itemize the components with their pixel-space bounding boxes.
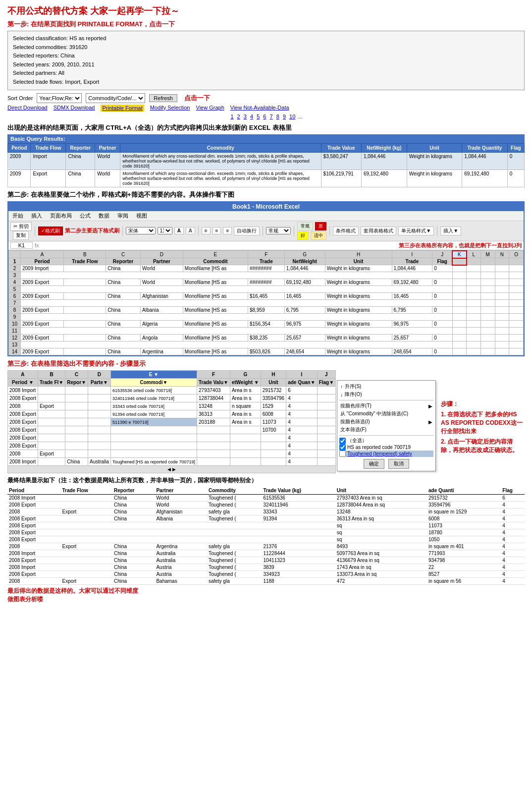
menu-page-layout[interactable]: 页面布局 bbox=[50, 212, 72, 220]
format-select[interactable]: 常规 bbox=[266, 227, 291, 234]
fr3-commodity: safety gla bbox=[207, 509, 262, 515]
sort-asc-item[interactable]: ↑ 升序(S) bbox=[339, 383, 433, 391]
menu-view[interactable]: 视图 bbox=[136, 212, 147, 220]
cell-12h: Weight in kilograms bbox=[325, 335, 392, 341]
fr4-aq: 6008 bbox=[427, 515, 501, 522]
sort-desc-item[interactable]: ↓ 降序(O) bbox=[339, 391, 433, 398]
sort-desc-label: 降序(O) bbox=[345, 391, 362, 398]
cell-2d: World bbox=[141, 265, 183, 272]
page4[interactable]: 4 bbox=[250, 113, 253, 119]
page6[interactable]: 6 bbox=[263, 113, 266, 119]
page7[interactable]: 7 bbox=[270, 113, 273, 119]
refresh-button[interactable]: Refresh bbox=[149, 94, 177, 102]
table-row: 2008 Export 4 bbox=[8, 434, 336, 442]
table-row: 5 bbox=[9, 286, 524, 293]
fcol-reporter[interactable]: Repor▼ bbox=[65, 379, 88, 387]
page10[interactable]: 10 bbox=[289, 113, 295, 119]
page5[interactable]: 5 bbox=[257, 113, 260, 119]
autowrap-button[interactable]: 自动换行 bbox=[234, 227, 260, 235]
filter-by-color-item[interactable]: 按颜色筛选(I) ▶ bbox=[339, 418, 433, 426]
cell-14c: China bbox=[106, 348, 141, 355]
cell-styles-button[interactable]: 单元格样式▼ bbox=[398, 227, 434, 235]
font-size-select[interactable]: 11 bbox=[158, 227, 172, 234]
filter-col-e[interactable]: E ▼ bbox=[110, 371, 197, 379]
bqr-title: Basic Query Results: bbox=[7, 134, 525, 143]
text-filter-item[interactable]: 文本筛选(F) bbox=[339, 426, 433, 434]
fcol-nw[interactable]: etWeight ▼ bbox=[230, 379, 261, 387]
bold-button[interactable]: A bbox=[174, 227, 184, 234]
align-left[interactable]: ≡ bbox=[202, 227, 211, 234]
col-b-header: B bbox=[64, 251, 106, 258]
cell-6o bbox=[509, 293, 524, 300]
submenu-arrow2: ▶ bbox=[428, 419, 432, 425]
format-table-button[interactable]: 套用表格格式 bbox=[361, 227, 396, 235]
dropdown-confirm-button[interactable]: 确定 bbox=[364, 459, 384, 469]
fcol-commodity[interactable]: Commodi▼ bbox=[110, 379, 197, 387]
menu-start[interactable]: 开始 bbox=[12, 212, 23, 220]
direct-download-link[interactable]: Direct Download bbox=[7, 105, 48, 112]
menu-insert[interactable]: 插入 bbox=[31, 212, 42, 220]
filter-col-a: A bbox=[8, 371, 38, 379]
fr6a: 2008 Export bbox=[8, 426, 38, 434]
checkbox-toughened[interactable] bbox=[339, 451, 346, 457]
fr5-flow bbox=[60, 522, 112, 529]
font-select[interactable]: 宋体 bbox=[126, 227, 156, 234]
fr4b bbox=[38, 410, 65, 418]
page3[interactable]: 3 bbox=[244, 113, 247, 119]
view-not-available-link[interactable]: View Not-Available-Data bbox=[230, 105, 289, 112]
clear-filter-item[interactable]: 从 "Commodity" 中清除筛选(C) bbox=[339, 410, 433, 418]
page1[interactable]: 1 bbox=[230, 113, 233, 119]
page8[interactable]: 8 bbox=[276, 113, 279, 119]
format-painter-button[interactable]: ✓格式刷 bbox=[38, 227, 63, 235]
printable-format-link[interactable]: Printable Format bbox=[101, 105, 144, 112]
fcol-partner[interactable]: Parte▼ bbox=[88, 379, 110, 387]
cell-14d: Argentina bbox=[141, 348, 183, 355]
fcol-tv[interactable]: Trade Valu▼ bbox=[197, 379, 230, 387]
fr5-unit: sq bbox=[335, 522, 427, 529]
checkbox-hs-item[interactable]: HS as reported code 700719 bbox=[339, 444, 433, 451]
insert-cells-button[interactable]: 插入▼ bbox=[440, 227, 461, 235]
corner-cell bbox=[9, 251, 21, 258]
modify-selection-link[interactable]: Modify Selection bbox=[150, 105, 190, 112]
fr4h: 6008 bbox=[261, 410, 286, 418]
cut-button[interactable]: ✂ 剪切 bbox=[10, 222, 32, 231]
fcol-period[interactable]: Period ▼ bbox=[8, 379, 38, 387]
bqr-row2-reporter: China bbox=[66, 170, 95, 187]
copy-button[interactable]: 复制 bbox=[13, 231, 29, 240]
fcol-unit[interactable]: Unit bbox=[261, 379, 286, 387]
checkbox-hs[interactable] bbox=[339, 444, 346, 451]
align-center[interactable]: ≡ bbox=[213, 227, 221, 234]
cell-12j: 0 bbox=[432, 335, 452, 341]
menu-review[interactable]: 审阅 bbox=[117, 212, 128, 220]
checkbox-all[interactable] bbox=[339, 438, 346, 444]
fr3a: 2008 bbox=[8, 402, 38, 410]
checkbox-all-item[interactable]: （全选） bbox=[339, 437, 433, 444]
dropdown-cancel-button[interactable]: 取消 bbox=[388, 459, 409, 469]
page9[interactable]: 9 bbox=[283, 113, 286, 119]
fr1-commodity: Toughened ( bbox=[207, 495, 262, 502]
fcol-flow[interactable]: Trade Fl▼ bbox=[38, 379, 65, 387]
dropdown-sep2 bbox=[339, 435, 433, 436]
fcol-flag[interactable]: Flag▼ bbox=[317, 379, 335, 387]
bqr-row2-unit: Weight in kilograms bbox=[407, 170, 462, 187]
view-graph-link[interactable]: View Graph bbox=[196, 105, 224, 112]
checkbox-hs-label: HS as reported code 700719 bbox=[347, 445, 411, 450]
font-a-button[interactable]: A bbox=[186, 227, 195, 234]
click-note: 点击一下 bbox=[184, 94, 210, 103]
sdmx-download-link[interactable]: SDMX Download bbox=[53, 105, 95, 112]
year-flow-select[interactable]: Year;Flow;Re: bbox=[37, 93, 82, 103]
fr10-unit: 4136679 Area in sq bbox=[335, 557, 427, 564]
align-right[interactable]: ≡ bbox=[223, 227, 232, 234]
sort-by-color-item[interactable]: 按颜色排序(T) ▶ bbox=[339, 402, 433, 410]
commodity-select[interactable]: Commodity/Code/... bbox=[86, 93, 145, 103]
menu-formula[interactable]: 公式 bbox=[80, 212, 91, 220]
conditional-format-button[interactable]: 条件格式 bbox=[333, 227, 359, 235]
cell-reference[interactable] bbox=[10, 242, 33, 249]
fcol-tq[interactable]: ade Quan▼ bbox=[286, 379, 317, 387]
fr6-commodity bbox=[207, 529, 262, 536]
table-row: 2008 Import China Austria Toughened ( 38… bbox=[7, 564, 525, 571]
checkbox-toughened-item[interactable]: Toughened (tempered) safety bbox=[339, 451, 433, 457]
page2[interactable]: 2 bbox=[237, 113, 240, 119]
table-row: 2008 Import China Australia Toughened [H… bbox=[8, 458, 336, 466]
menu-data[interactable]: 数据 bbox=[99, 212, 109, 220]
